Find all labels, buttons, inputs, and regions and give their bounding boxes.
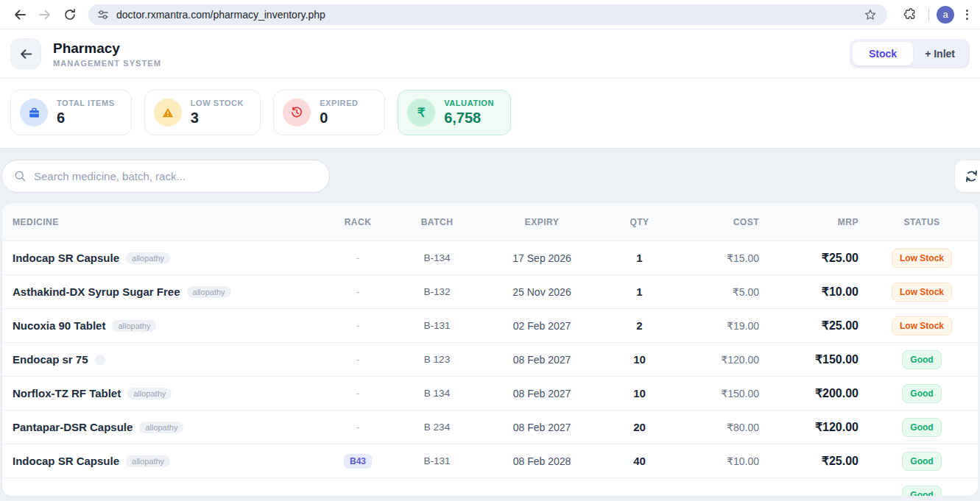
- table-row-partial[interactable]: Good: [2, 478, 978, 497]
- cost-cell: ₹19.00: [674, 320, 766, 332]
- column-header-medicine: MEDICINE: [2, 217, 321, 227]
- expiry-cell: 08 Feb 2027: [479, 388, 604, 399]
- stat-label: TOTAL ITEMS: [57, 99, 115, 107]
- inventory-table: MEDICINE RACK BATCH EXPIRY QTY COST MRP …: [1, 202, 979, 497]
- qty-cell: 20: [604, 421, 674, 433]
- column-header-mrp: MRP: [766, 217, 866, 227]
- batch-cell: B 123: [395, 354, 479, 365]
- app-header: Pharmacy MANAGEMENT SYSTEM Stock + Inlet: [0, 29, 980, 79]
- table-row[interactable]: Pantapar-DSR Capsuleallopathy - B 234 08…: [2, 411, 978, 444]
- status-badge: Good: [902, 452, 941, 471]
- browser-menu-icon[interactable]: [962, 5, 973, 24]
- site-info-icon[interactable]: [97, 9, 109, 21]
- status-badge: Low Stock: [892, 283, 952, 302]
- page-subtitle: MANAGEMENT SYSTEM: [53, 59, 161, 68]
- search-box[interactable]: [1, 160, 330, 193]
- stock-inlet-toggle: Stock + Inlet: [850, 39, 970, 68]
- batch-cell: B 234: [395, 422, 479, 433]
- table-row[interactable]: Norflox-TZ RF Tabletallopathy - B 134 08…: [2, 377, 978, 411]
- status-badge: Low Stock: [892, 249, 952, 268]
- batch-cell: B-131: [395, 455, 479, 466]
- medicine-type-badge: allopathy: [139, 422, 183, 433]
- medicine-type-badge: allopathy: [127, 388, 172, 399]
- table-row[interactable]: Indocap SR Capsuleallopathy B43 B-131 08…: [2, 444, 978, 478]
- bookmark-star-icon[interactable]: [861, 5, 880, 24]
- browser-forward-icon[interactable]: [32, 2, 57, 27]
- expiry-cell: 17 Sep 2026: [479, 252, 604, 264]
- cost-cell: ₹150.00: [674, 388, 766, 399]
- rack-cell: -: [321, 320, 395, 332]
- mrp-cell: ₹25.00: [766, 454, 866, 468]
- profile-avatar[interactable]: a: [937, 6, 954, 24]
- table-row[interactable]: Endocap sr 75 - B 123 08 Feb 2027 10 ₹12…: [2, 343, 978, 377]
- column-header-rack: RACK: [321, 217, 395, 227]
- rupee-icon: ₹: [407, 99, 435, 127]
- page-title: Pharmacy: [53, 40, 161, 57]
- stat-card-low-stock: LOW STOCK 3: [144, 90, 261, 135]
- search-input[interactable]: [34, 170, 319, 182]
- rack-cell: -: [321, 354, 395, 366]
- stat-label: EXPIRED: [320, 99, 359, 107]
- cost-cell: ₹5.00: [674, 286, 766, 298]
- table-row[interactable]: Indocap SR Capsuleallopathy - B-134 17 S…: [2, 241, 978, 275]
- status-badge: Good: [902, 384, 941, 403]
- main-content: MEDICINE RACK BATCH EXPIRY QTY COST MRP …: [0, 149, 980, 497]
- status-badge: Good: [902, 486, 941, 497]
- cost-cell: ₹10.00: [674, 455, 766, 467]
- browser-back-icon[interactable]: [7, 2, 32, 27]
- medicine-name: Indocap SR Capsule: [13, 252, 119, 264]
- search-icon: [14, 170, 27, 182]
- rack-badge: B43: [344, 454, 372, 469]
- expiry-cell: 08 Feb 2028: [479, 455, 604, 467]
- medicine-name: Asthakind-DX Syrup Sugar Free: [13, 285, 180, 298]
- medicine-name: Norflox-TZ RF Tablet: [13, 387, 121, 399]
- qty-cell: 10: [604, 353, 674, 366]
- column-header-batch: BATCH: [395, 217, 479, 227]
- batch-cell: B-134: [395, 252, 479, 263]
- stat-card-total-items: TOTAL ITEMS 6: [10, 90, 132, 135]
- table-header-row: MEDICINE RACK BATCH EXPIRY QTY COST MRP …: [2, 203, 978, 241]
- box-icon: [20, 99, 48, 127]
- qty-cell: 1: [604, 285, 674, 298]
- warning-icon: [154, 99, 182, 127]
- history-icon: [283, 99, 311, 127]
- cost-cell: ₹15.00: [674, 252, 766, 264]
- back-button[interactable]: [10, 38, 41, 69]
- inlet-tab[interactable]: + Inlet: [913, 42, 967, 65]
- status-badge: Good: [902, 418, 941, 437]
- rack-cell: B43: [321, 454, 395, 469]
- column-header-expiry: EXPIRY: [479, 217, 604, 227]
- medicine-name: Endocap sr 75: [13, 353, 88, 366]
- cost-cell: ₹120.00: [674, 354, 766, 366]
- refresh-icon: [965, 169, 979, 183]
- stat-label: VALUATION: [444, 99, 494, 107]
- column-header-status: STATUS: [866, 217, 978, 227]
- address-bar[interactable]: doctor.rxmantra.com/pharmacy_inventory.p…: [88, 4, 887, 25]
- medicine-type-badge: allopathy: [126, 252, 170, 264]
- toolbar-separator: [928, 8, 929, 21]
- column-header-cost: COST: [674, 217, 766, 227]
- stat-value: 0: [320, 110, 359, 127]
- qty-cell: 10: [604, 387, 674, 399]
- mrp-cell: ₹120.00: [766, 420, 866, 434]
- rack-cell: -: [321, 286, 395, 298]
- medicine-type-badge: allopathy: [112, 320, 156, 332]
- expiry-cell: 08 Feb 2027: [479, 422, 604, 433]
- mrp-cell: ₹150.00: [766, 352, 866, 366]
- mrp-cell: ₹25.00: [766, 319, 866, 333]
- medicine-name: Nucoxia 90 Tablet: [13, 319, 105, 332]
- refresh-button[interactable]: [954, 160, 980, 193]
- stock-tab[interactable]: Stock: [853, 42, 913, 65]
- stat-card-expired: EXPIRED 0: [273, 90, 385, 135]
- expiry-cell: 25 Nov 2026: [479, 286, 604, 298]
- extensions-icon[interactable]: [896, 2, 921, 27]
- expiry-cell: 02 Feb 2027: [479, 320, 604, 332]
- table-row[interactable]: Asthakind-DX Syrup Sugar Freeallopathy -…: [2, 275, 978, 309]
- medicine-type-badge: [95, 355, 105, 365]
- browser-reload-icon[interactable]: [57, 2, 82, 27]
- qty-cell: 2: [604, 319, 674, 332]
- rack-cell: -: [321, 388, 395, 399]
- medicine-name: Indocap SR Capsule: [13, 455, 119, 467]
- url-text[interactable]: doctor.rxmantra.com/pharmacy_inventory.p…: [116, 9, 861, 21]
- table-row[interactable]: Nucoxia 90 Tabletallopathy - B-131 02 Fe…: [2, 309, 978, 343]
